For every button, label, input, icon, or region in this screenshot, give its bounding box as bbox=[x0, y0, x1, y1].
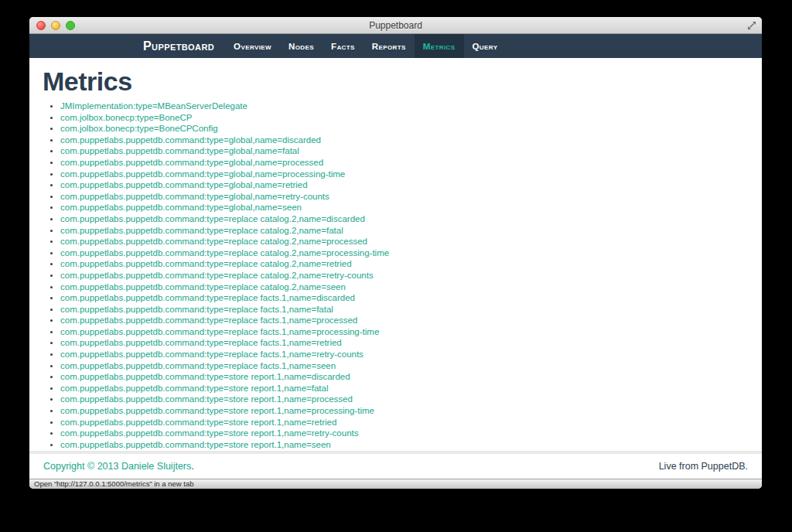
metric-list-item: com.puppetlabs.puppetdb.command:type=rep… bbox=[60, 247, 748, 259]
window-controls bbox=[36, 17, 75, 34]
metric-list-item: com.jolbox.bonecp:type=BoneCP bbox=[60, 112, 748, 124]
browser-window: Puppetboard Puppetboard Overview Nodes F… bbox=[29, 17, 762, 489]
metric-link[interactable]: com.puppetlabs.puppetdb.command:type=sto… bbox=[60, 384, 329, 393]
window-titlebar[interactable]: Puppetboard bbox=[29, 17, 762, 34]
metric-list-item: com.puppetlabs.puppetdb.command:type=rep… bbox=[60, 326, 748, 338]
metric-list-item: com.puppetlabs.puppetdb.command:type=rep… bbox=[60, 236, 748, 247]
footer: Copyright © 2013 Daniele Sluijters. Live… bbox=[29, 454, 762, 479]
metric-list-item: com.puppetlabs.puppetdb.command:type=glo… bbox=[60, 135, 748, 146]
metric-list-item: com.puppetlabs.puppetdb.command:type=rep… bbox=[60, 281, 748, 293]
metric-list-item: com.puppetlabs.puppetdb.command:type=sto… bbox=[60, 439, 748, 451]
status-bar: Open “http://127.0.0.1:5000/metrics” in … bbox=[29, 479, 762, 489]
metric-list-item: com.puppetlabs.puppetdb.command:type=sto… bbox=[60, 371, 748, 383]
metric-list-item: com.puppetlabs.puppetdb.command:type=rep… bbox=[60, 360, 748, 372]
nav-item-facts[interactable]: Facts bbox=[323, 34, 364, 58]
metric-link[interactable]: com.puppetlabs.puppetdb.command:type=glo… bbox=[60, 192, 329, 201]
metric-link[interactable]: com.puppetlabs.puppetdb.command:type=rep… bbox=[60, 350, 364, 359]
nav-item-reports[interactable]: Reports bbox=[364, 34, 415, 58]
metric-link[interactable]: com.puppetlabs.puppetdb.command:type=sto… bbox=[60, 406, 374, 415]
status-text: Open “http://127.0.0.1:5000/metrics” in … bbox=[34, 479, 193, 489]
metric-list-item: com.puppetlabs.puppetdb.command:type=glo… bbox=[60, 145, 748, 157]
metric-link[interactable]: com.puppetlabs.puppetdb.command:type=rep… bbox=[60, 327, 379, 336]
metric-list-item: com.puppetlabs.puppetdb.command:type=rep… bbox=[60, 337, 748, 349]
metric-link[interactable]: com.jolbox.bonecp:type=BoneCPConfig bbox=[60, 124, 218, 133]
metric-link[interactable]: com.puppetlabs.puppetdb.command:type=glo… bbox=[60, 158, 323, 167]
metric-list-item: com.jolbox.bonecp:type=BoneCPConfig bbox=[60, 123, 748, 135]
metric-link[interactable]: com.puppetlabs.puppetdb.command:type=sto… bbox=[60, 440, 331, 449]
metric-list-item: com.puppetlabs.puppetdb.command:type=glo… bbox=[60, 169, 748, 180]
metric-list-item: com.puppetlabs.puppetdb.command:type=rep… bbox=[60, 315, 748, 326]
metrics-list: JMImplementation:type=MBeanServerDelegat… bbox=[43, 101, 748, 450]
metric-list-item: com.puppetlabs.puppetdb.command:type=sto… bbox=[60, 428, 748, 439]
metric-list-item: com.puppetlabs.puppetdb.command:type=glo… bbox=[60, 157, 748, 169]
metric-list-item: com.puppetlabs.puppetdb.command:type=sto… bbox=[60, 417, 748, 428]
metric-list-item: com.puppetlabs.puppetdb.command:type=rep… bbox=[60, 225, 748, 237]
metric-link[interactable]: com.puppetlabs.puppetdb.command:type=glo… bbox=[60, 169, 345, 179]
metric-link[interactable]: com.puppetlabs.puppetdb.command:type=rep… bbox=[60, 226, 343, 235]
copyright-period: . bbox=[191, 461, 193, 472]
metric-list-item: com.puppetlabs.puppetdb.command:type=glo… bbox=[60, 191, 748, 203]
metric-list-item: com.puppetlabs.puppetdb.command:type=rep… bbox=[60, 213, 748, 225]
metric-list-item: com.puppetlabs.puppetdb.command:type=glo… bbox=[60, 179, 748, 191]
metric-link[interactable]: com.puppetlabs.puppetdb.command:type=sto… bbox=[60, 394, 353, 404]
metric-link[interactable]: com.puppetlabs.puppetdb.command:type=rep… bbox=[60, 237, 367, 246]
metric-link[interactable]: com.puppetlabs.puppetdb.command:type=glo… bbox=[60, 203, 302, 212]
metric-link[interactable]: com.puppetlabs.puppetdb.command:type=rep… bbox=[60, 282, 346, 292]
metric-list-item: com.puppetlabs.puppetdb.command:type=rep… bbox=[60, 304, 748, 315]
nav-item-overview[interactable]: Overview bbox=[225, 34, 280, 58]
metric-link[interactable]: JMImplementation:type=MBeanServerDelegat… bbox=[60, 101, 248, 111]
nav-item-nodes[interactable]: Nodes bbox=[280, 34, 323, 58]
metric-link[interactable]: com.puppetlabs.puppetdb.command:type=rep… bbox=[60, 248, 389, 257]
metric-link[interactable]: com.puppetlabs.puppetdb.command:type=glo… bbox=[60, 180, 308, 189]
metric-link[interactable]: com.puppetlabs.puppetdb.command:type=rep… bbox=[60, 315, 357, 325]
metric-link[interactable]: com.puppetlabs.puppetdb.command:type=sto… bbox=[60, 428, 358, 438]
metric-list-item: com.puppetlabs.puppetdb.command:type=sto… bbox=[60, 405, 748, 417]
close-button[interactable] bbox=[36, 21, 46, 30]
metric-list-item: com.puppetlabs.puppetdb.command:type=rep… bbox=[60, 270, 748, 281]
window-title: Puppetboard bbox=[29, 20, 762, 31]
metric-link[interactable]: com.puppetlabs.puppetdb.command:type=rep… bbox=[60, 271, 374, 280]
metric-list-item: com.puppetlabs.puppetdb.command:type=glo… bbox=[60, 202, 748, 213]
metric-link[interactable]: com.puppetlabs.puppetdb.command:type=rep… bbox=[60, 361, 336, 370]
zoom-button[interactable] bbox=[66, 21, 75, 30]
metric-link[interactable]: com.puppetlabs.puppetdb.command:type=rep… bbox=[60, 214, 365, 223]
minimize-button[interactable] bbox=[51, 21, 60, 30]
page-title: Metrics bbox=[43, 67, 748, 95]
copyright-link[interactable]: Copyright © 2013 Daniele Sluijters bbox=[43, 461, 191, 472]
navbar-brand[interactable]: Puppetboard bbox=[142, 34, 216, 58]
metric-list-item: com.puppetlabs.puppetdb.command:type=sto… bbox=[60, 394, 748, 405]
metric-link[interactable]: com.puppetlabs.puppetdb.command:type=rep… bbox=[60, 293, 355, 302]
metric-list-item: com.puppetlabs.puppetdb.command:type=rep… bbox=[60, 258, 748, 270]
fullscreen-resize-icon[interactable] bbox=[747, 21, 756, 30]
metric-link[interactable]: com.jolbox.bonecp:type=BoneCP bbox=[60, 113, 192, 122]
metric-link[interactable]: com.puppetlabs.puppetdb.command:type=rep… bbox=[60, 338, 342, 347]
main-content: Metrics JMImplementation:type=MBeanServe… bbox=[29, 58, 762, 451]
nav-item-query[interactable]: Query bbox=[464, 34, 507, 58]
metric-list-item: com.puppetlabs.puppetdb.command:type=rep… bbox=[60, 292, 748, 304]
metric-link[interactable]: com.puppetlabs.puppetdb.command:type=rep… bbox=[60, 259, 352, 268]
nav-items: Overview Nodes Facts Reports Metrics Que… bbox=[225, 34, 506, 58]
nav-item-metrics[interactable]: Metrics bbox=[415, 34, 464, 58]
metric-link[interactable]: com.puppetlabs.puppetdb.command:type=sto… bbox=[60, 372, 350, 381]
metric-link[interactable]: com.puppetlabs.puppetdb.command:type=glo… bbox=[60, 146, 299, 155]
metric-link[interactable]: com.puppetlabs.puppetdb.command:type=glo… bbox=[60, 135, 321, 145]
navbar: Puppetboard Overview Nodes Facts Reports… bbox=[29, 34, 762, 58]
live-from-text: Live from PuppetDB. bbox=[659, 461, 748, 472]
copyright: Copyright © 2013 Daniele Sluijters. bbox=[43, 461, 194, 472]
metric-list-item: JMImplementation:type=MBeanServerDelegat… bbox=[60, 101, 748, 112]
metric-link[interactable]: com.puppetlabs.puppetdb.command:type=sto… bbox=[60, 418, 336, 427]
metric-list-item: com.puppetlabs.puppetdb.command:type=rep… bbox=[60, 349, 748, 360]
metric-list-item: com.puppetlabs.puppetdb.command:type=sto… bbox=[60, 383, 748, 394]
metric-link[interactable]: com.puppetlabs.puppetdb.command:type=rep… bbox=[60, 305, 333, 314]
